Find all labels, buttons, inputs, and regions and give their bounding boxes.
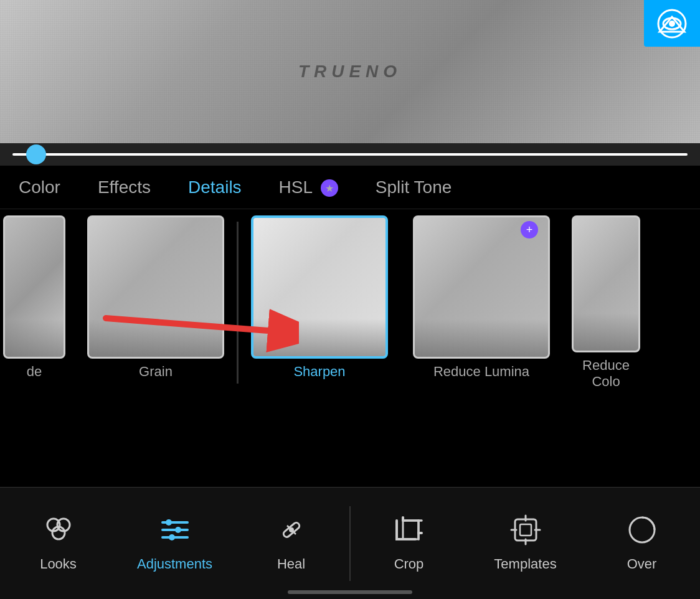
reduce-lumina-add-btn[interactable]: + [521, 221, 538, 238]
hsl-badge: ★ [321, 179, 338, 197]
toolbar-templates-label: Templates [494, 556, 556, 572]
toolbar-overlays[interactable]: Over [584, 502, 700, 585]
car-label: TRUENO [298, 62, 402, 82]
toolbar-overlays-label: Over [627, 556, 657, 572]
svg-rect-22 [515, 519, 536, 540]
overlays-icon [627, 514, 658, 550]
tab-hsl[interactable]: HSL ★ [273, 177, 344, 197]
image-canvas: TRUENO [0, 0, 700, 143]
filter-card-grain[interactable]: Grain [81, 215, 230, 390]
svg-point-2 [669, 21, 675, 27]
tab-navigation: Color Effects Details HSL ★ Split Tone [0, 166, 700, 209]
crop-icon [394, 514, 425, 550]
card-label-reduce-lumina: Reduce Lumina [433, 364, 529, 380]
card-label-reduce-colo: Reduce Colo [569, 357, 643, 390]
toolbar-adjustments-label: Adjustments [137, 556, 212, 572]
tab-color[interactable]: Color [12, 177, 67, 197]
toolbar-templates[interactable]: Templates [467, 502, 584, 585]
section-divider [237, 222, 239, 384]
card-label-de: de [27, 364, 42, 380]
toolbar-crop-label: Crop [394, 556, 424, 572]
card-label-grain: Grain [139, 364, 173, 380]
svg-point-10 [166, 519, 172, 526]
hsl-label: HSL [279, 177, 312, 197]
tab-split-tone[interactable]: Split Tone [369, 177, 458, 197]
looks-icon [43, 514, 74, 550]
svg-point-18 [289, 527, 294, 532]
tab-effects[interactable]: Effects [92, 177, 157, 197]
filter-card-reduce-lumina[interactable]: + Reduce Lumina [407, 215, 556, 390]
svg-point-12 [175, 527, 181, 533]
slider-track[interactable] [12, 153, 688, 156]
filter-card-reduce-colo[interactable]: Reduce Colo [569, 215, 643, 390]
image-area: TRUENO [0, 0, 700, 143]
svg-rect-21 [403, 521, 419, 539]
filter-card-de[interactable]: de [0, 215, 69, 390]
toolbar-heal-label: Heal [277, 556, 305, 572]
filter-cards-row: de Grain Sharpen + Reduce Lumina Reduce … [0, 209, 700, 396]
slider-thumb[interactable] [26, 144, 46, 164]
toolbar-heal[interactable]: Heal [233, 502, 349, 585]
card-label-sharpen: Sharpen [293, 364, 345, 380]
svg-point-14 [169, 534, 175, 540]
toolbar-looks-label: Looks [40, 556, 77, 572]
toolbar-looks[interactable]: Looks [0, 502, 116, 585]
filter-card-sharpen[interactable]: Sharpen [245, 215, 394, 390]
svg-line-16 [287, 526, 290, 528]
layers-icon [656, 8, 688, 39]
bottom-toolbar: Looks Adjustments Heal [0, 487, 700, 599]
tab-details[interactable]: Details [182, 177, 248, 197]
home-indicator [288, 590, 412, 594]
svg-rect-27 [520, 524, 531, 535]
slider-bar [0, 143, 700, 166]
toolbar-adjustments[interactable]: Adjustments [116, 502, 233, 585]
adjustments-icon [159, 514, 191, 550]
svg-line-17 [293, 532, 296, 534]
toolbar-crop[interactable]: Crop [351, 502, 467, 585]
templates-icon [510, 514, 541, 550]
heal-icon [276, 514, 307, 550]
layers-badge[interactable] [644, 0, 700, 47]
